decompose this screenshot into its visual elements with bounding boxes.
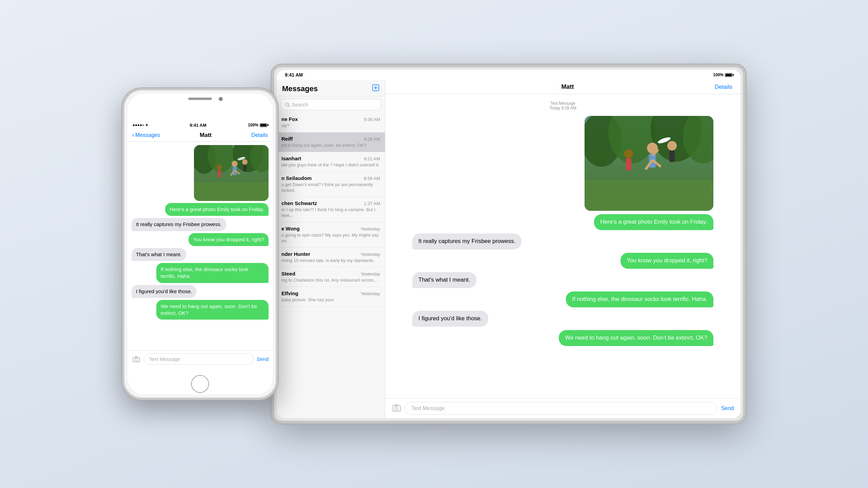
- conv-time-4: 1:37 AM: [364, 201, 380, 206]
- iphone-nav-title: Matt: [200, 132, 212, 139]
- conv-name-2: Isanhart: [281, 156, 301, 161]
- svg-point-17: [135, 358, 138, 361]
- conv-item-1[interactable]: Reiff 9:28 AM ed to hang out again, soon…: [277, 133, 385, 152]
- conv-time-1: 9:28 AM: [364, 137, 380, 142]
- ipad-battery-area: 100%: [713, 73, 732, 77]
- iphone-home-button[interactable]: [191, 375, 209, 393]
- iphone-device: ✦ 9:41 AM 100% ‹ Messages Matt Details: [122, 88, 278, 400]
- conv-item-5[interactable]: e Wong Yesterday u going to spin class? …: [277, 222, 385, 248]
- ipad-device: 9:41 AM 100% Messages: [271, 64, 746, 424]
- ipad-chat-nav: Matt Details: [385, 80, 741, 94]
- iphone-bubble-sent-3: If nothing else, the dinosaur socks look…: [156, 263, 269, 283]
- chevron-left-icon: ‹: [132, 131, 134, 139]
- conv-preview-8: baby picture. She has your: [281, 297, 380, 303]
- battery-label: 100%: [248, 123, 258, 127]
- iphone-bubble-sent-2: You know you dropped it, right?: [189, 233, 269, 246]
- iphone-camera: [219, 97, 223, 101]
- search-bar[interactable]: Search: [281, 99, 381, 110]
- timestamp-label: Text Message Today 9:28 AM: [412, 101, 713, 110]
- compose-button[interactable]: [372, 84, 379, 93]
- conv-time-8: Yesterday: [361, 291, 380, 296]
- ipad-bubble-sent-4: We need to hang out again, soon. Don't b…: [559, 330, 713, 346]
- battery-fill: [260, 124, 267, 126]
- conv-preview-3: u get Dawn's email? I think ps are perma…: [281, 182, 380, 194]
- conv-time-2: 9:21 AM: [364, 156, 380, 161]
- iphone-send-button[interactable]: Send: [257, 356, 269, 362]
- camera-button[interactable]: [132, 354, 141, 364]
- sidebar-title: Messages: [282, 84, 318, 93]
- ipad-message-input[interactable]: Text Message: [405, 402, 717, 415]
- iphone-bubble-recv-1: It really captures my Frisbee prowess.: [132, 218, 226, 231]
- ipad-camera-button[interactable]: [392, 404, 401, 413]
- ipad-bubble-sent-2: You know you dropped it, right?: [620, 253, 713, 269]
- details-button[interactable]: Details: [251, 132, 268, 138]
- signal-dot-1: [133, 124, 135, 126]
- conv-preview-7: ing to Charleston this nd. Any restauran…: [281, 278, 380, 283]
- ipad-chat-title: Matt: [561, 83, 574, 90]
- svg-point-35: [667, 141, 677, 150]
- conv-item-8[interactable]: Elfving Yesterday baby picture. She has …: [277, 287, 385, 307]
- svg-point-13: [242, 159, 248, 165]
- ipad-details-button[interactable]: Details: [715, 84, 732, 90]
- ipad-send-button[interactable]: Send: [721, 405, 734, 411]
- iphone-screen: ✦ 9:41 AM 100% ‹ Messages Matt Details: [127, 121, 273, 367]
- iphone-bubble-recv-2: That's what I meant.: [132, 248, 186, 261]
- conv-name-3: n Seilaudom: [281, 175, 312, 181]
- conv-time-7: Yesterday: [361, 271, 380, 277]
- svg-rect-27: [585, 180, 713, 211]
- signal-dot-2: [135, 124, 137, 126]
- conv-preview-2: did you guys think of the ? Hope I didn'…: [281, 162, 380, 168]
- svg-rect-6: [194, 182, 269, 201]
- sidebar-header: Messages: [277, 80, 385, 96]
- search-placeholder: Search: [292, 102, 308, 107]
- conv-preview-4: m I up this late?! I think I'm hing a va…: [281, 207, 380, 219]
- conv-item-3[interactable]: n Seilaudom 8:58 AM u get Dawn's email? …: [277, 172, 385, 197]
- conv-item-4[interactable]: chen Schwartz 1:37 AM m I up this late?!…: [277, 197, 385, 222]
- battery-icon: [260, 123, 267, 127]
- iphone-status-bar: ✦ 9:41 AM 100%: [127, 121, 273, 129]
- conv-preview-6: nning 10 minutes late. is early by my st…: [281, 258, 380, 264]
- ipad-time: 9:41 AM: [285, 72, 303, 78]
- svg-rect-36: [669, 150, 675, 162]
- ipad-screen-container: 9:41 AM 100% Messages: [277, 70, 741, 418]
- ipad-battery-icon: [725, 73, 732, 77]
- conv-name-6: nder Hunter: [281, 251, 310, 257]
- conv-preview-1: ed to hang out again, soon. be extinct, …: [281, 143, 380, 148]
- iphone-bubble-recv-3: I figured you'd like those.: [132, 285, 196, 298]
- conv-time-0: 9:36 AM: [364, 117, 380, 122]
- conv-item-0[interactable]: ne Fox 9:36 AM sly?: [277, 113, 385, 133]
- conv-item-2[interactable]: Isanhart 9:21 AM did you guys think of t…: [277, 152, 385, 172]
- status-right: 100%: [248, 123, 267, 127]
- status-left: ✦: [133, 123, 148, 127]
- svg-line-20: [289, 105, 290, 107]
- ipad-status-bar: 9:41 AM 100%: [277, 70, 741, 80]
- ipad-bubble-recv-3: I figured you'd like those.: [412, 311, 488, 327]
- svg-rect-12: [218, 170, 221, 177]
- ipad-input-bar: Text Message Send: [385, 398, 741, 418]
- conv-name-0: ne Fox: [281, 116, 298, 122]
- ipad-content: Messages Search: [277, 80, 741, 418]
- conv-preview-5: u going to spin class? My says yes. My t…: [281, 232, 380, 244]
- iphone-message-input[interactable]: Text Message: [144, 353, 254, 365]
- iphone-bubble-sent-4: We need to hang out again, soon. Don't b…: [156, 300, 269, 320]
- iphone-bubble-sent-1: Here's a great photo Emily took on Frida…: [165, 203, 269, 216]
- ipad-chat-area: Text Message Today 9:28 AM: [385, 94, 741, 398]
- iphone-chat-image: [194, 145, 269, 201]
- ipad-bubble-recv-1: It really captures my Frisbee prowess.: [412, 233, 521, 249]
- signal-dots: [133, 124, 144, 126]
- svg-point-11: [217, 164, 222, 170]
- ipad-bubble-sent-1: Here's a great photo Emily took on Frida…: [594, 214, 713, 230]
- conv-item-7[interactable]: Steed Yesterday ing to Charleston this n…: [277, 267, 385, 287]
- svg-point-39: [395, 407, 398, 410]
- conv-name-1: Reiff: [281, 136, 293, 142]
- ipad-chat-image: [585, 116, 713, 211]
- ipad-battery-label: 100%: [713, 73, 724, 77]
- conv-item-6[interactable]: nder Hunter Yesterday nning 10 minutes l…: [277, 248, 385, 267]
- iphone-screen-container: ✦ 9:41 AM 100% ‹ Messages Matt Details: [127, 94, 273, 394]
- signal-dot-4: [140, 124, 142, 126]
- ipad-bubble-recv-2: That's what I meant.: [412, 272, 476, 288]
- ipad-sidebar: Messages Search: [277, 80, 385, 418]
- ipad-main-chat: Matt Details Text Message Today 9:28 AM: [385, 80, 741, 418]
- back-button[interactable]: ‹ Messages: [132, 131, 160, 139]
- svg-rect-14: [243, 165, 246, 171]
